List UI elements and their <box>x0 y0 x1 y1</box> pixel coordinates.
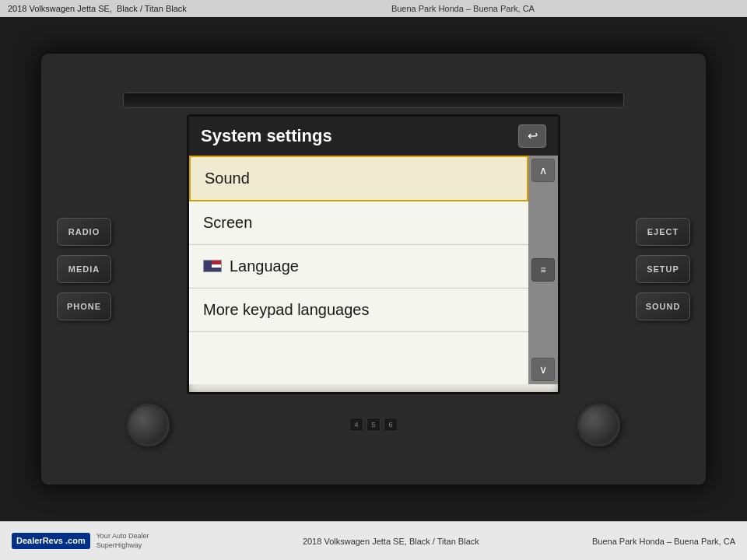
menu-area: Sound Screen Language More keypad langua… <box>189 156 558 384</box>
setup-button[interactable]: SETUP <box>636 255 690 283</box>
menu-item-language-label: Language <box>230 257 299 275</box>
screen-title: System settings <box>201 126 332 146</box>
disc-slot <box>123 93 624 108</box>
menu-items-list: Sound Screen Language More keypad langua… <box>189 156 528 384</box>
menu-item-keypad[interactable]: More keypad languages <box>189 289 528 332</box>
eject-button[interactable]: EJECT <box>636 218 690 246</box>
screen: System settings ↩ Sound Screen Language <box>187 114 560 394</box>
menu-item-sound-label: Sound <box>205 170 250 187</box>
bottom-bar-car-info: 2018 Volkswagen Jetta SE, Black / Titan … <box>303 537 479 546</box>
flag-icon <box>203 260 222 272</box>
num-5[interactable]: 5 <box>366 418 381 432</box>
radio-unit: RADIO MEDIA PHONE System settings ↩ Soun… <box>39 51 708 487</box>
top-bar-car-info: 2018 Volkswagen Jetta SE, Black / Titan … <box>8 4 187 13</box>
scroll-menu-button[interactable]: ≡ <box>531 258 555 282</box>
number-display: 4 5 6 <box>349 418 398 432</box>
top-bar: 2018 Volkswagen Jetta SE, Black / Titan … <box>0 0 747 17</box>
media-button[interactable]: MEDIA <box>57 255 111 283</box>
radio-button[interactable]: RADIO <box>57 218 111 246</box>
menu-item-screen-label: Screen <box>203 214 252 232</box>
dealerrevs-logo: DealerRevs .com <box>12 533 90 549</box>
logo-line2: .com <box>65 536 86 545</box>
bottom-controls: 4 5 6 <box>123 404 624 446</box>
top-bar-dealer: Buena Park Honda – Buena Park, CA <box>391 4 535 13</box>
scroll-bar: ∧ ≡ ∨ <box>528 156 558 384</box>
menu-item-screen[interactable]: Screen <box>189 201 528 245</box>
right-knob[interactable] <box>577 404 620 446</box>
phone-button[interactable]: PHONE <box>57 292 111 320</box>
menu-item-language[interactable]: Language <box>189 245 528 289</box>
bottom-bar: DealerRevs .com Your Auto Dealer SuperHi… <box>0 521 747 560</box>
menu-item-keypad-label: More keypad languages <box>203 301 369 319</box>
main-content: RADIO MEDIA PHONE System settings ↩ Soun… <box>0 17 747 521</box>
menu-item-sound[interactable]: Sound <box>189 156 528 201</box>
num-4[interactable]: 4 <box>349 418 363 432</box>
right-button-group: EJECT SETUP SOUND <box>636 218 690 320</box>
logo-tagline: Your Auto Dealer SuperHighway <box>96 532 190 550</box>
back-button[interactable]: ↩ <box>518 124 546 148</box>
car-model: 2018 Volkswagen Jetta SE, <box>8 4 112 13</box>
center-area: System settings ↩ Sound Screen Language <box>123 93 624 446</box>
car-color: Black / Titan Black <box>117 4 187 13</box>
bottom-car-color: Black / Titan Black <box>409 537 479 546</box>
bottom-bar-dealer: Buena Park Honda – Buena Park, CA <box>592 537 735 546</box>
logo-line1: DealerRevs <box>16 536 63 545</box>
bottom-car-model: 2018 Volkswagen Jetta SE, <box>303 537 407 546</box>
sound-button[interactable]: SOUND <box>636 292 690 320</box>
left-button-group: RADIO MEDIA PHONE <box>57 218 111 320</box>
scroll-up-button[interactable]: ∧ <box>531 159 555 182</box>
scroll-down-button[interactable]: ∨ <box>531 358 555 381</box>
bottom-bar-logo: DealerRevs .com Your Auto Dealer SuperHi… <box>12 532 190 550</box>
num-6[interactable]: 6 <box>384 418 398 432</box>
screen-header: System settings ↩ <box>189 117 558 156</box>
left-knob[interactable] <box>127 404 170 446</box>
